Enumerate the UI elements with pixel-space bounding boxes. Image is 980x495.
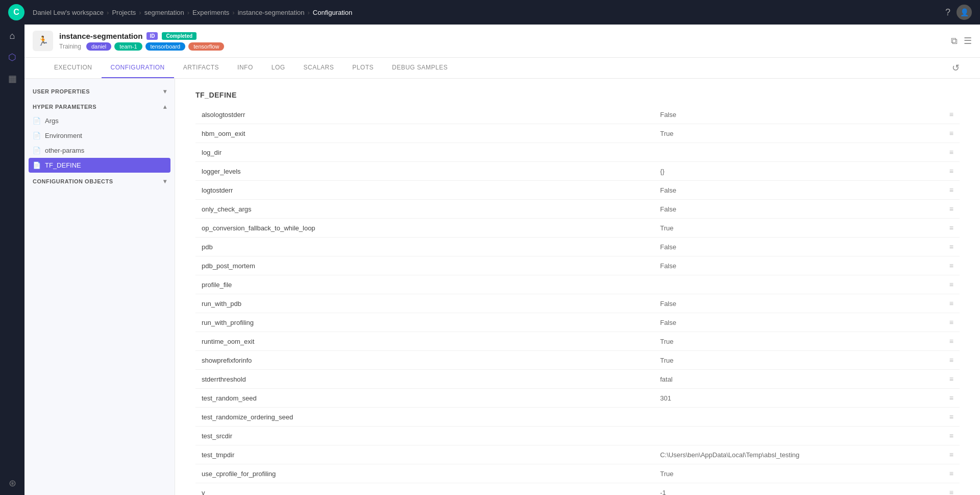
- config-row-menu-icon[interactable]: ≡: [939, 389, 960, 408]
- table-row: only_check_args False ≡: [195, 200, 960, 219]
- config-key: op_conversion_fallback_to_while_loop: [195, 219, 654, 238]
- nav-home-icon[interactable]: ⌂: [10, 31, 15, 41]
- main-panel: 🏃 instance-segmentation ID Completed Tra…: [24, 25, 980, 495]
- config-row-menu-icon[interactable]: ≡: [939, 370, 960, 389]
- config-value: True: [654, 332, 939, 351]
- tab-plots[interactable]: PLOTS: [343, 58, 383, 78]
- config-key: v: [195, 483, 654, 496]
- config-row-menu-icon[interactable]: ≡: [939, 445, 960, 464]
- config-row-menu-icon[interactable]: ≡: [939, 294, 960, 313]
- tab-log[interactable]: LOG: [262, 58, 295, 78]
- config-key: alsologtostderr: [195, 105, 654, 124]
- table-row: pdb_post_mortem False ≡: [195, 256, 960, 275]
- config-row-menu-icon[interactable]: ≡: [939, 238, 960, 256]
- config-row-menu-icon[interactable]: ≡: [939, 313, 960, 332]
- tag-tensorboard[interactable]: tensorboard: [145, 42, 186, 51]
- app-logo[interactable]: C: [8, 4, 24, 20]
- config-key: logger_levels: [195, 162, 654, 181]
- table-row: op_conversion_fallback_to_while_loop Tru…: [195, 219, 960, 238]
- config-row-menu-icon[interactable]: ≡: [939, 275, 960, 294]
- config-row-menu-icon[interactable]: ≡: [939, 181, 960, 200]
- table-row: hbm_oom_exit True ≡: [195, 124, 960, 143]
- config-row-menu-icon[interactable]: ≡: [939, 351, 960, 370]
- table-row: stderrthreshold fatal ≡: [195, 370, 960, 389]
- tabs-bar: EXECUTION CONFIGURATION ARTIFACTS INFO L…: [24, 58, 980, 79]
- topbar-actions: ? 👤: [945, 5, 972, 20]
- config-value: [654, 143, 939, 162]
- experiment-title-row: instance-segmentation ID Completed: [59, 32, 945, 40]
- content-area: ⌂ ⬡ ▦ ⊛ 🏃 instance-segmentation ID Compl…: [0, 25, 980, 495]
- config-value: False: [654, 181, 939, 200]
- sidebar-item-environment[interactable]: 📄 Environment: [24, 128, 175, 143]
- config-value: True: [654, 219, 939, 238]
- config-key: only_check_args: [195, 200, 654, 219]
- sidebar-section-user-properties[interactable]: USER PROPERTIES ▾: [24, 83, 175, 98]
- config-key: test_randomize_ordering_seed: [195, 408, 654, 427]
- config-row-menu-icon[interactable]: ≡: [939, 427, 960, 445]
- experiment-name: instance-segmentation: [59, 32, 142, 40]
- tab-scalars[interactable]: SCALARS: [295, 58, 344, 78]
- config-key: logtostderr: [195, 181, 654, 200]
- config-row-menu-icon[interactable]: ≡: [939, 256, 960, 275]
- sidebar-section-hyper-parameters-chevron: ▴: [163, 103, 167, 110]
- config-table: alsologtostderr False ≡ hbm_oom_exit Tru…: [195, 105, 960, 495]
- tab-debug-samples[interactable]: DEBUG SAMPLES: [383, 58, 457, 78]
- config-row-menu-icon[interactable]: ≡: [939, 200, 960, 219]
- table-row: v -1 ≡: [195, 483, 960, 496]
- config-row-menu-icon[interactable]: ≡: [939, 124, 960, 143]
- config-value: C:\Users\ben\AppData\Local\Temp\absl_tes…: [654, 445, 939, 464]
- table-row: test_srcdir ≡: [195, 427, 960, 445]
- table-row: run_with_profiling False ≡: [195, 313, 960, 332]
- config-row-menu-icon[interactable]: ≡: [939, 143, 960, 162]
- nav-models-icon[interactable]: ▦: [8, 73, 17, 84]
- sidebar-item-args[interactable]: 📄 Args: [24, 113, 175, 128]
- sidebar-section-config-objects[interactable]: CONFIGURATION OBJECTS ▾: [24, 173, 175, 188]
- config-key: use_cprofile_for_profiling: [195, 464, 654, 483]
- config-row-menu-icon[interactable]: ≡: [939, 105, 960, 124]
- table-row: run_with_pdb False ≡: [195, 294, 960, 313]
- topbar: C Daniel Lew's workspace › Projects › se…: [0, 0, 980, 25]
- sidebar-section-user-properties-label: USER PROPERTIES: [33, 88, 90, 95]
- breadcrumb-segmentation[interactable]: segmentation: [144, 9, 184, 16]
- tab-execution[interactable]: EXECUTION: [45, 58, 102, 78]
- more-options-icon[interactable]: ☰: [964, 35, 972, 46]
- tab-info[interactable]: INFO: [228, 58, 262, 78]
- config-row-menu-icon[interactable]: ≡: [939, 464, 960, 483]
- table-row: runtime_oom_exit True ≡: [195, 332, 960, 351]
- config-row-menu-icon[interactable]: ≡: [939, 332, 960, 351]
- config-row-menu-icon[interactable]: ≡: [939, 219, 960, 238]
- config-section-title: TF_DEFINE: [195, 91, 960, 99]
- nav-experiments-icon[interactable]: ⬡: [8, 52, 16, 63]
- breadcrumb-experiments[interactable]: Experiments: [192, 9, 229, 16]
- tag-tensorflow[interactable]: tensorflow: [188, 42, 224, 51]
- breadcrumb-workspace[interactable]: Daniel Lew's workspace: [33, 9, 104, 16]
- breadcrumb-projects[interactable]: Projects: [112, 9, 136, 16]
- sidebar-section-hyper-parameters[interactable]: HYPER PARAMETERS ▴: [24, 98, 175, 113]
- split-view-icon[interactable]: ⧉: [951, 36, 958, 46]
- tab-configuration[interactable]: CONFIGURATION: [102, 58, 174, 78]
- sidebar-item-other-params[interactable]: 📄 other-params: [24, 143, 175, 158]
- sidebar-section-hyper-parameters-label: HYPER PARAMETERS: [33, 104, 96, 110]
- config-row-menu-icon[interactable]: ≡: [939, 483, 960, 496]
- config-value: [654, 275, 939, 294]
- refresh-icon[interactable]: ↺: [952, 63, 960, 73]
- config-key: pdb: [195, 238, 654, 256]
- tag-daniel[interactable]: daniel: [86, 42, 111, 51]
- config-row-menu-icon[interactable]: ≡: [939, 408, 960, 427]
- config-value: False: [654, 313, 939, 332]
- config-row-menu-icon[interactable]: ≡: [939, 162, 960, 181]
- breadcrumb-instance-segmentation[interactable]: instance-segmentation: [238, 9, 305, 16]
- table-row: test_tmpdir C:\Users\ben\AppData\Local\T…: [195, 445, 960, 464]
- table-row: showprefixforinfo True ≡: [195, 351, 960, 370]
- config-key: log_dir: [195, 143, 654, 162]
- nav-github-icon[interactable]: ⊛: [9, 478, 16, 489]
- config-key: profile_file: [195, 275, 654, 294]
- tag-team1[interactable]: team-1: [114, 42, 142, 51]
- tab-artifacts[interactable]: ARTIFACTS: [174, 58, 228, 78]
- help-icon[interactable]: ?: [945, 7, 950, 18]
- table-row: test_randomize_ordering_seed ≡: [195, 408, 960, 427]
- table-row: test_random_seed 301 ≡: [195, 389, 960, 408]
- sidebar-item-tf-define[interactable]: 📄 TF_DEFINE: [29, 158, 170, 173]
- avatar[interactable]: 👤: [957, 5, 972, 20]
- sidebar-section-config-objects-chevron: ▾: [163, 178, 167, 185]
